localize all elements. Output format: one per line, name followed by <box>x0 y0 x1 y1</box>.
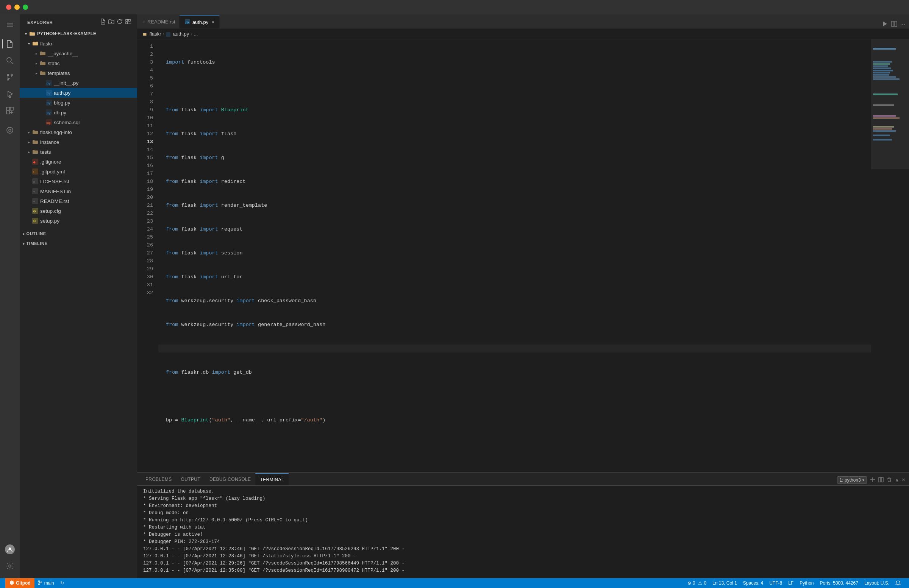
tree-item-flaskr[interactable]: ▾ flaskr <box>20 39 137 48</box>
indentation-info[interactable]: Spaces: 4 <box>740 580 766 586</box>
line-numbers: 12345 678910 1112131415 1617181920 21222… <box>137 39 159 472</box>
tab-output[interactable]: OUTPUT <box>176 473 205 485</box>
tree-item-setup-cfg[interactable]: ⚙ setup.cfg <box>20 206 137 216</box>
settings-icon[interactable] <box>2 559 18 573</box>
ports-text: Ports: 5000, 44267 <box>820 580 858 586</box>
file-label: blog.py <box>54 100 70 106</box>
run-icon[interactable] <box>882 21 888 28</box>
svg-point-3 <box>7 58 11 62</box>
tree-item-blog-py[interactable]: py blog.py <box>20 98 137 108</box>
tree-item-static[interactable]: ▸ static <box>20 58 137 68</box>
warning-icon: ⚠ <box>698 580 702 586</box>
svg-rect-18 <box>128 19 130 21</box>
tab-problems[interactable]: PROBLEMS <box>141 473 176 485</box>
tree-item-manifest[interactable]: ≡ MANIFEST.in <box>20 186 137 196</box>
search-icon[interactable] <box>2 53 18 68</box>
sidebar-title: EXPLORER <box>27 20 53 24</box>
ports-info[interactable]: Ports: 5000, 44267 <box>817 580 861 586</box>
tree-item-egg-info[interactable]: ▸ flaskr.egg-info <box>20 127 137 137</box>
language-text: Python <box>799 580 814 586</box>
tab-auth-py[interactable]: py auth.py × <box>180 15 220 28</box>
cursor-text: Ln 13, Col 1 <box>712 580 737 586</box>
maximize-button[interactable] <box>23 5 28 10</box>
explorer-icon[interactable] <box>2 36 18 52</box>
close-button[interactable] <box>6 5 11 10</box>
cursor-position[interactable]: Ln 13, Col 1 <box>709 580 740 586</box>
accounts-icon[interactable] <box>2 542 18 557</box>
code-editor[interactable]: import functools from flask import Bluep… <box>159 39 871 472</box>
file-label: README.rst <box>40 199 69 204</box>
tab-close-icon[interactable]: × <box>210 18 215 26</box>
extensions-icon[interactable] <box>2 103 18 118</box>
chevron-right-icon: ▸ <box>26 129 32 135</box>
tab-terminal[interactable]: TERMINAL <box>255 473 289 485</box>
tree-item-pycache[interactable]: ▸ __pycache__ <box>20 48 137 58</box>
breadcrumb-file[interactable]: auth.py <box>166 31 189 37</box>
errors-indicator[interactable]: ⊗ 0 ⚠ 0 <box>684 580 709 586</box>
tree-item-license-rst[interactable]: ≡ LICENSE.rst <box>20 176 137 186</box>
chevron-up-icon[interactable]: ∧ <box>895 477 899 483</box>
tree-item-auth-py[interactable]: py auth.py <box>20 88 137 98</box>
collapse-all-icon[interactable] <box>125 19 131 26</box>
folder-label: static <box>48 61 60 66</box>
terminal-line: * Debug mode: on <box>143 510 903 517</box>
svg-text:py: py <box>185 20 189 23</box>
svg-rect-12 <box>6 111 10 114</box>
svg-point-14 <box>9 129 11 131</box>
terminal-line: 127.0.0.1 - - [07/Apr/2021 12:28:46] "GE… <box>143 553 903 560</box>
new-folder-icon[interactable] <box>108 19 114 26</box>
tab-bar-actions: ··· <box>882 21 909 28</box>
trash-icon[interactable] <box>886 477 892 483</box>
branch-indicator[interactable]: main <box>34 578 57 588</box>
add-terminal-icon[interactable] <box>870 477 875 483</box>
minimize-button[interactable] <box>15 5 20 10</box>
encoding-info[interactable]: UTF-8 <box>766 580 785 586</box>
tab-debug-console[interactable]: DEBUG CONSOLE <box>205 473 255 485</box>
rst-file-icon: ≡ <box>142 19 145 24</box>
source-control-icon[interactable] <box>2 69 18 85</box>
folder-label: templates <box>48 70 70 76</box>
svg-text:⚙: ⚙ <box>33 219 36 223</box>
editor-content[interactable]: 12345 678910 1112131415 1617181920 21222… <box>137 39 909 472</box>
split-editor-icon[interactable] <box>891 21 897 28</box>
menu-icon[interactable] <box>2 18 18 32</box>
tab-readme-rst[interactable]: ≡ README.rst <box>137 15 180 28</box>
split-terminal-icon[interactable] <box>878 477 884 483</box>
tab-bar: ≡ README.rst py auth.py × ··· <box>137 15 909 29</box>
tree-item-schema-sql[interactable]: sql schema.sql <box>20 117 137 127</box>
more-actions-icon[interactable]: ··· <box>900 21 905 28</box>
user-avatar[interactable] <box>5 544 15 554</box>
file-label: .gitpod.yml <box>40 169 65 174</box>
gitpod-button[interactable]: Gitpod <box>5 578 34 588</box>
tree-item-db-py[interactable]: py db.py <box>20 108 137 117</box>
terminal-selector-wrapper[interactable]: 1: python3 ▾ <box>837 476 867 484</box>
new-file-icon[interactable] <box>100 19 106 26</box>
language-mode[interactable]: Python <box>796 580 817 586</box>
terminal-content[interactable]: Initialized the database. * Serving Flas… <box>137 486 909 578</box>
tree-item-tests[interactable]: ▸ tests <box>20 147 137 157</box>
chevron-right-icon: ▸ <box>23 232 25 236</box>
sync-indicator[interactable]: ↻ <box>57 578 67 588</box>
tree-item-instance[interactable]: ▸ instance <box>20 137 137 147</box>
tree-item-init-py[interactable]: py __init__.py <box>20 78 137 88</box>
breadcrumb-separator2: › <box>191 31 192 37</box>
breadcrumb-flaskr[interactable]: flaskr <box>142 31 161 37</box>
remote-icon[interactable] <box>2 123 18 138</box>
tree-item-readme-rst[interactable]: ≡ README.rst <box>20 196 137 206</box>
refresh-icon[interactable] <box>116 19 123 26</box>
tree-item-gitignore[interactable]: ◆ .gitignore <box>20 157 137 166</box>
line-ending-info[interactable]: LF <box>785 580 796 586</box>
layout-info[interactable]: Layout: U.S. <box>861 580 892 586</box>
timeline-section-header[interactable]: ▸ TIMELINE <box>20 239 137 249</box>
tree-item-setup-py[interactable]: ⚙ setup.py <box>20 216 137 226</box>
breadcrumb-more[interactable]: ... <box>194 31 198 37</box>
svg-point-9 <box>9 96 11 98</box>
outline-section-header[interactable]: ▸ OUTLINE <box>20 229 137 239</box>
run-debug-icon[interactable] <box>2 86 18 102</box>
tree-item-gitpod-yml[interactable]: ! .gitpod.yml <box>20 166 137 176</box>
close-panel-icon[interactable]: × <box>902 477 905 483</box>
notifications-icon[interactable] <box>892 580 904 586</box>
tree-item-templates[interactable]: ▸ templates <box>20 68 137 78</box>
tree-root[interactable]: ▾ PYTHON-FLASK-EXAMPLE <box>20 29 137 39</box>
folder-icon <box>32 149 39 155</box>
